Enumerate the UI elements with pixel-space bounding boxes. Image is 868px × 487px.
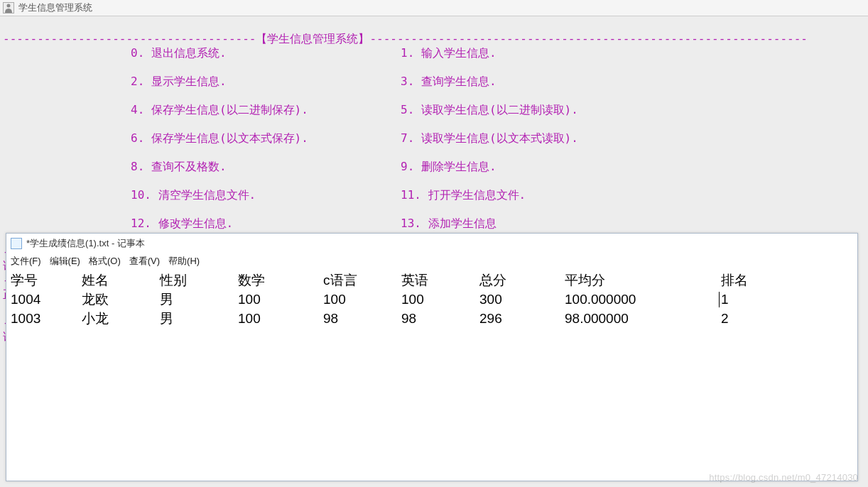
divider-top: -------------------------------------【学生…: [3, 32, 808, 45]
cell-en: 98: [401, 309, 479, 328]
cell-c: 98: [323, 309, 401, 328]
menu-item-6: 6. 保存学生信息(以文本式保存).: [131, 131, 401, 146]
menu-format[interactable]: 格式(O): [89, 255, 121, 268]
notepad-content[interactable]: 学号 姓名 性别 数学 c语言 英语 总分 平均分 排名 1004 龙欧 男 1…: [6, 269, 857, 329]
col-rank: 排名: [721, 270, 764, 290]
cell-avg: 100.000000: [565, 290, 721, 309]
menu-item-13: 13. 添加学生信息: [401, 217, 497, 230]
col-sex: 性别: [160, 270, 238, 290]
app-icon: [3, 2, 14, 13]
menu-item-2: 2. 显示学生信息.: [131, 75, 401, 89]
cell-name: 龙欧: [82, 290, 160, 309]
menu-item-1: 1. 输入学生信息.: [401, 46, 497, 60]
text-caret: [719, 292, 720, 307]
menu-edit[interactable]: 编辑(E): [50, 255, 80, 268]
menu-item-10: 10. 清空学生信息文件.: [131, 188, 401, 202]
banner-label: 【学生信息管理系统】: [256, 32, 369, 45]
notepad-window[interactable]: *学生成绩信息(1).txt - 记事本 文件(F) 编辑(E) 格式(O) 查…: [6, 233, 858, 481]
svg-point-0: [7, 4, 11, 8]
menu-item-8: 8. 查询不及格数.: [131, 160, 401, 174]
col-avg: 平均分: [565, 270, 721, 290]
cell-rank: 1: [721, 290, 764, 309]
cell-sex: 男: [160, 309, 238, 328]
cell-name: 小龙: [82, 309, 160, 328]
col-math: 数学: [238, 270, 323, 290]
col-name: 姓名: [82, 270, 160, 290]
cell-rank: 2: [721, 309, 764, 328]
table-row: 1003 小龙 男 100 98 98 296 98.000000 2: [11, 309, 853, 328]
console-title: 学生信息管理系统: [18, 1, 92, 14]
cell-math: 100: [238, 290, 323, 309]
menu-help[interactable]: 帮助(H): [168, 255, 200, 268]
table-header-row: 学号 姓名 性别 数学 c语言 英语 总分 平均分 排名: [11, 270, 853, 290]
notepad-title: *学生成绩信息(1).txt - 记事本: [26, 237, 145, 250]
menu-view[interactable]: 查看(V): [129, 255, 160, 268]
cell-sex: 男: [160, 290, 238, 309]
cell-total: 296: [479, 309, 565, 328]
menu-item-3: 3. 查询学生信息.: [401, 75, 497, 88]
menu-item-7: 7. 读取学生信息(以文本式读取).: [401, 131, 578, 145]
cell-total: 300: [479, 290, 565, 309]
watermark: https://blog.csdn.net/m0_47214030: [709, 472, 858, 483]
notepad-menubar: 文件(F) 编辑(E) 格式(O) 查看(V) 帮助(H): [6, 253, 857, 269]
cell-c: 100: [323, 290, 401, 309]
col-id: 学号: [11, 270, 82, 290]
cell-id: 1004: [11, 290, 82, 309]
col-total: 总分: [479, 270, 565, 290]
cell-id: 1003: [11, 309, 82, 328]
console-titlebar[interactable]: 学生信息管理系统: [0, 0, 868, 16]
notepad-icon: [11, 238, 22, 249]
menu-file[interactable]: 文件(F): [11, 255, 41, 268]
menu-item-11: 11. 打开学生信息文件.: [401, 188, 526, 202]
menu-item-4: 4. 保存学生信息(以二进制保存).: [131, 103, 401, 117]
cell-en: 100: [401, 290, 479, 309]
menu-item-9: 9. 删除学生信息.: [401, 160, 497, 173]
col-c: c语言: [323, 270, 401, 290]
menu-item-5: 5. 读取学生信息(以二进制读取).: [401, 103, 578, 116]
cell-math: 100: [238, 309, 323, 328]
menu-item-12: 12. 修改学生信息.: [131, 217, 401, 231]
menu-item-0: 0. 退出信息系统.: [131, 46, 401, 60]
table-row: 1004 龙欧 男 100 100 100 300 100.000000 1: [11, 290, 853, 309]
col-en: 英语: [401, 270, 479, 290]
notepad-titlebar[interactable]: *学生成绩信息(1).txt - 记事本: [6, 234, 857, 253]
cell-avg: 98.000000: [565, 309, 721, 328]
